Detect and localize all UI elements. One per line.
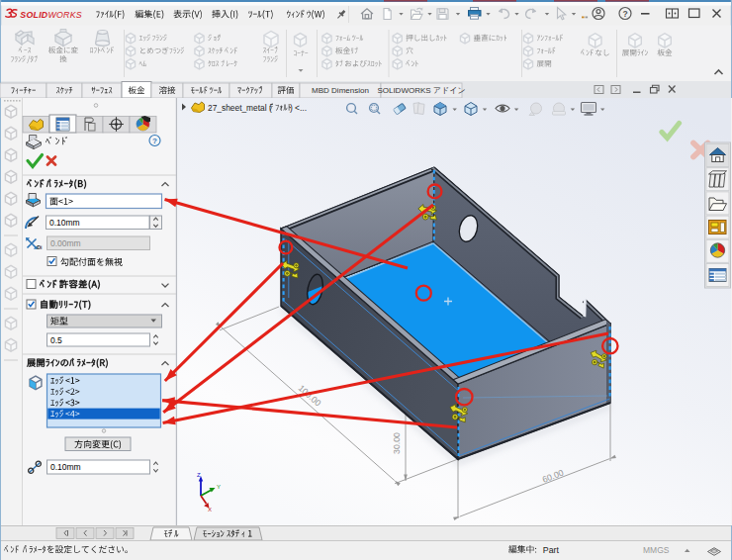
svg-text:?: ? bbox=[152, 137, 157, 145]
svg-text:X: X bbox=[208, 507, 212, 513]
svg-text:MBD Dimension: MBD Dimension bbox=[312, 86, 369, 95]
svg-text:MMGS: MMGS bbox=[643, 545, 670, 555]
svg-text:Z: Z bbox=[197, 472, 201, 478]
svg-text:SOLIDWORKS: SOLIDWORKS bbox=[20, 10, 82, 20]
svg-text:) <...: ) <... bbox=[290, 103, 307, 113]
svg-text:0.10mm: 0.10mm bbox=[50, 462, 81, 472]
svg-text:SOLIDWORKS アドイン: SOLIDWORKS アドイン bbox=[377, 86, 465, 95]
svg-text:Di: Di bbox=[38, 244, 44, 250]
svg-text:Part: Part bbox=[543, 545, 560, 555]
svg-text:Y: Y bbox=[217, 484, 221, 490]
svg-text:?: ? bbox=[622, 9, 627, 19]
svg-text:0.10mm: 0.10mm bbox=[49, 218, 80, 228]
svg-text:30.00: 30.00 bbox=[392, 432, 402, 454]
svg-text:0.5: 0.5 bbox=[50, 335, 62, 345]
svg-text:27_sheet_metal (: 27_sheet_metal ( bbox=[208, 103, 272, 113]
svg-text:0.00mm: 0.00mm bbox=[50, 238, 81, 248]
